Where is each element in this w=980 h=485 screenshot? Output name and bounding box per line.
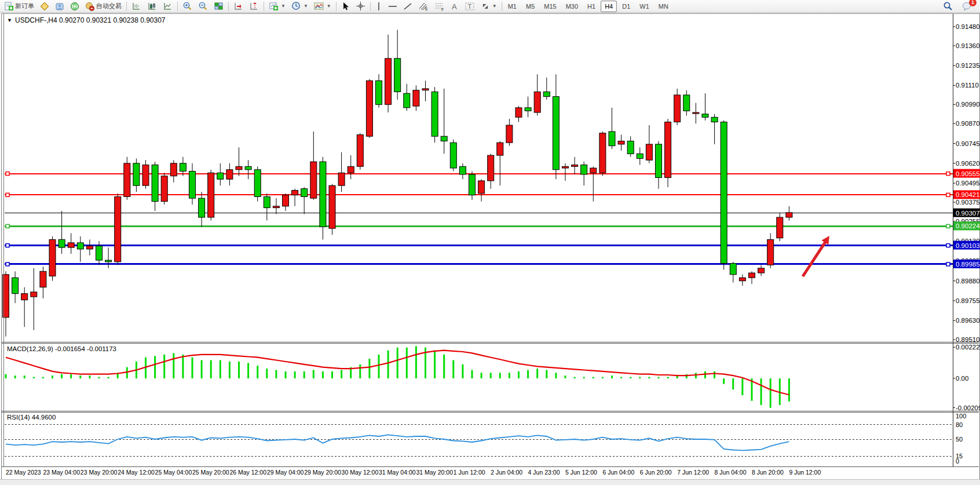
time-axis-label: 1 Jun 12:00	[454, 469, 485, 476]
price-axis: 0.914800.913600.912350.911100.909900.908…	[953, 23, 980, 465]
macd-panel: MACD(12,26,9) -0.001654 -0.001173	[6, 345, 789, 408]
svg-text:0.90555: 0.90555	[956, 170, 980, 177]
svg-text:50: 50	[956, 436, 963, 443]
time-axis-label: 24 May 12:00	[118, 469, 155, 476]
svg-text:0.89880: 0.89880	[956, 278, 980, 285]
time-axis-label: 5 Jun 12:00	[565, 469, 597, 476]
svg-text:80: 80	[956, 421, 963, 428]
svg-text:0.90620: 0.90620	[956, 160, 980, 167]
time-axis-label: 23 May 20:00	[81, 469, 118, 476]
time-axis-label: 2 Jun 04:00	[491, 469, 522, 476]
time-axis-label: 9 Jun 12:00	[789, 469, 821, 476]
time-axis: 22 May 202323 May 04:0023 May 20:0024 Ma…	[6, 469, 821, 476]
svg-text:-0.00209: -0.00209	[956, 404, 980, 411]
time-axis-label: 8 Jun 20:00	[752, 469, 784, 476]
candlesticks-layer	[3, 30, 792, 336]
svg-text:0.91480: 0.91480	[956, 23, 980, 30]
svg-text:0.91110: 0.91110	[956, 82, 979, 89]
svg-text:0.90495: 0.90495	[956, 180, 980, 187]
time-axis-label: 26 May 12:00	[229, 469, 266, 476]
svg-text:0.90307: 0.90307	[956, 210, 980, 217]
time-axis-label: 25 May 20:00	[192, 469, 229, 476]
svg-text:0.00222: 0.00222	[956, 344, 980, 351]
svg-text:0.90870: 0.90870	[956, 120, 980, 127]
svg-text:▼: ▼	[7, 17, 12, 23]
mt4-application-window: 新订单 自动交易	[0, 0, 980, 485]
time-axis-label: 30 May 12:00	[342, 469, 379, 476]
time-axis-label: 29 May 20:00	[304, 469, 341, 476]
svg-text:0.90745: 0.90745	[956, 140, 980, 147]
svg-text:0.91360: 0.91360	[956, 42, 980, 49]
time-axis-label: 4 Jun 23:00	[528, 469, 560, 476]
time-axis-label: 8 Jun 04:00	[715, 469, 747, 476]
svg-text:0.90990: 0.90990	[956, 101, 980, 108]
rsi-line	[6, 435, 789, 450]
time-axis-label: 22 May 2023	[6, 469, 41, 476]
svg-text:0.89985: 0.89985	[956, 261, 980, 268]
price-chart-canvas[interactable]: ▼USDCHF-,H4 0.90270 0.90321 0.90238 0.90…	[0, 0, 980, 485]
svg-text:0.90224: 0.90224	[956, 223, 980, 229]
svg-text:0.89755: 0.89755	[956, 297, 980, 304]
svg-text:0.91235: 0.91235	[956, 62, 980, 69]
rsi-label: RSI(14) 44.9600	[7, 414, 56, 421]
svg-text:0: 0	[956, 458, 959, 465]
time-axis-label: 6 Jun 20:00	[640, 469, 672, 476]
main-price-panel: ▼USDCHF-,H4 0.90270 0.90321 0.90238 0.90…	[3, 16, 953, 337]
time-axis-label: 6 Jun 04:00	[602, 469, 634, 476]
svg-text:0.90103: 0.90103	[956, 242, 980, 249]
time-axis-label: 7 Jun 12:00	[677, 469, 709, 476]
svg-text:100: 100	[956, 413, 966, 420]
time-axis-label: 25 May 04:00	[155, 469, 192, 476]
svg-text:0.00: 0.00	[956, 375, 968, 382]
svg-text:0.90421: 0.90421	[956, 191, 980, 198]
time-axis-label: 31 May 20:00	[416, 469, 453, 476]
time-axis-label: 31 May 04:00	[379, 469, 416, 476]
status-bar	[0, 479, 980, 485]
rsi-panel: RSI(14) 44.9600	[5, 414, 953, 456]
svg-text:0.90375: 0.90375	[956, 199, 980, 206]
time-axis-label: 29 May 04:00	[267, 469, 304, 476]
svg-text:0.89630: 0.89630	[956, 317, 980, 324]
svg-text:USDCHF-,H4 0.90270 0.90321 0.: USDCHF-,H4 0.90270 0.90321 0.90238 0.903…	[15, 16, 166, 24]
macd-label: MACD(12,26,9) -0.001654 -0.001173	[7, 345, 116, 352]
time-axis-label: 23 May 04:00	[43, 469, 80, 476]
